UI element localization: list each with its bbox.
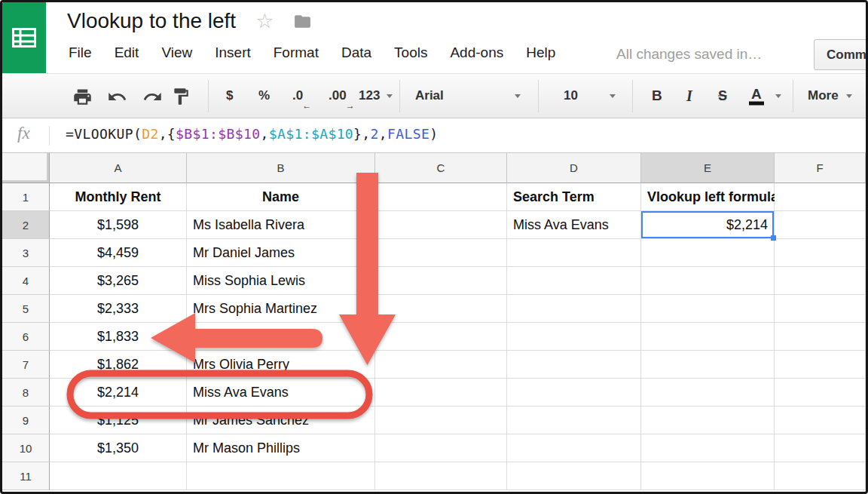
- row-header-6[interactable]: 6: [2, 323, 50, 351]
- print-button[interactable]: [72, 87, 93, 107]
- row-header-11[interactable]: 11: [2, 462, 50, 490]
- cell-F2[interactable]: [775, 211, 866, 239]
- cell-A11[interactable]: [50, 462, 187, 490]
- italic-button[interactable]: I: [686, 87, 692, 105]
- cell-F4[interactable]: [775, 267, 866, 295]
- cell-D2[interactable]: Miss Ava Evans: [507, 211, 641, 239]
- cell-A1[interactable]: Monthly Rent: [50, 183, 187, 211]
- cell-B6[interactable]: [187, 323, 375, 351]
- row-header-2[interactable]: 2: [2, 211, 50, 239]
- menu-data[interactable]: Data: [341, 44, 371, 61]
- cell-C5[interactable]: [375, 295, 507, 323]
- formula-input[interactable]: =VLOOKUP(D2,{$B$1:$B$10,$A$1:$A$10},2,FA…: [66, 126, 439, 142]
- cell-F1[interactable]: [775, 183, 866, 211]
- folder-icon[interactable]: [293, 12, 312, 31]
- cell-A2[interactable]: $1,598: [50, 211, 187, 239]
- cell-E8[interactable]: [641, 379, 775, 407]
- cell-E3[interactable]: [641, 239, 775, 267]
- cell-C8[interactable]: [375, 379, 507, 407]
- currency-format-button[interactable]: $: [226, 88, 233, 103]
- menu-edit[interactable]: Edit: [115, 44, 139, 61]
- column-header-B[interactable]: B: [187, 153, 375, 183]
- strikethrough-button[interactable]: S: [718, 88, 727, 104]
- cell-D9[interactable]: [507, 407, 641, 434]
- font-size-caret-icon[interactable]: [610, 94, 616, 98]
- undo-button[interactable]: [107, 87, 127, 107]
- cell-D7[interactable]: [507, 351, 641, 379]
- select-all-corner[interactable]: [2, 153, 50, 183]
- cell-D3[interactable]: [507, 239, 641, 267]
- star-icon[interactable]: ☆: [255, 11, 274, 32]
- cell-E6[interactable]: [641, 323, 775, 351]
- bold-button[interactable]: B: [652, 87, 662, 104]
- cell-F6[interactable]: [775, 323, 866, 351]
- cell-E9[interactable]: [641, 407, 775, 434]
- cell-D5[interactable]: [507, 295, 641, 323]
- increase-decimal-button[interactable]: .00→: [329, 88, 347, 103]
- cell-B8[interactable]: Miss Ava Evans: [187, 379, 375, 407]
- text-color-caret-icon[interactable]: [775, 94, 781, 98]
- cell-B2[interactable]: Ms Isabella Rivera: [187, 211, 375, 239]
- cell-F3[interactable]: [775, 239, 866, 267]
- paint-format-button[interactable]: [171, 87, 191, 107]
- cell-A4[interactable]: $3,265: [50, 267, 187, 295]
- menu-format[interactable]: Format: [274, 44, 319, 61]
- menu-tools[interactable]: Tools: [394, 44, 427, 61]
- cell-B3[interactable]: Mr Daniel James: [187, 239, 375, 267]
- column-header-C[interactable]: C: [375, 153, 507, 183]
- row-header-8[interactable]: 8: [2, 379, 50, 407]
- cell-E7[interactable]: [641, 351, 775, 379]
- cell-A10[interactable]: $1,350: [50, 434, 187, 462]
- menu-view[interactable]: View: [161, 44, 192, 61]
- font-family-caret-icon[interactable]: [515, 94, 521, 98]
- cell-B9[interactable]: Mr James Sanchez: [187, 407, 375, 434]
- menu-file[interactable]: File: [69, 44, 92, 61]
- menu-help[interactable]: Help: [526, 44, 555, 61]
- cell-E10[interactable]: [641, 434, 775, 462]
- percent-format-button[interactable]: %: [258, 88, 270, 103]
- cell-E2[interactable]: $2,214: [641, 211, 775, 239]
- cell-C10[interactable]: [375, 434, 507, 462]
- cell-A7[interactable]: $1,862: [50, 351, 187, 379]
- redo-button[interactable]: [142, 87, 163, 107]
- cell-F7[interactable]: [775, 351, 866, 379]
- cell-C1[interactable]: [375, 183, 507, 211]
- cell-A8[interactable]: $2,214: [50, 379, 187, 407]
- cell-B11[interactable]: [187, 462, 375, 490]
- cell-C11[interactable]: [375, 462, 507, 490]
- cell-B1[interactable]: Name: [187, 183, 375, 211]
- more-button[interactable]: More: [808, 88, 839, 103]
- row-header-9[interactable]: 9: [2, 407, 50, 434]
- cell-A9[interactable]: $1,125: [50, 407, 187, 434]
- document-title[interactable]: Vlookup to the left: [67, 9, 236, 33]
- row-header-4[interactable]: 4: [2, 267, 50, 295]
- cell-F11[interactable]: [775, 462, 866, 490]
- cell-D11[interactable]: [507, 462, 641, 490]
- cell-C2[interactable]: [375, 211, 507, 239]
- cell-C3[interactable]: [375, 239, 507, 267]
- row-header-5[interactable]: 5: [2, 295, 50, 323]
- row-header-3[interactable]: 3: [2, 239, 50, 267]
- cell-C4[interactable]: [375, 267, 507, 295]
- cell-C9[interactable]: [375, 407, 507, 434]
- column-header-F[interactable]: F: [775, 153, 866, 183]
- cell-F10[interactable]: [775, 434, 866, 462]
- cell-A6[interactable]: $1,833: [50, 323, 187, 351]
- cell-B7[interactable]: Mrs Olivia Perry: [187, 351, 375, 379]
- cell-A3[interactable]: $4,459: [50, 239, 187, 267]
- cell-F9[interactable]: [775, 407, 866, 434]
- cell-D8[interactable]: [507, 379, 641, 407]
- comments-button[interactable]: Comm: [814, 39, 868, 70]
- number-format-button[interactable]: 123: [359, 88, 380, 103]
- cell-E5[interactable]: [641, 295, 775, 323]
- number-format-caret-icon[interactable]: [387, 94, 393, 98]
- menu-add-ons[interactable]: Add-ons: [450, 44, 503, 61]
- cell-C6[interactable]: [375, 323, 507, 351]
- fill-handle[interactable]: [771, 235, 776, 241]
- row-header-10[interactable]: 10: [2, 434, 50, 462]
- menu-insert[interactable]: Insert: [215, 44, 251, 61]
- cell-B10[interactable]: Mr Mason Phillips: [187, 434, 375, 462]
- cell-A5[interactable]: $2,333: [50, 295, 187, 323]
- cell-F5[interactable]: [775, 295, 866, 323]
- cell-D4[interactable]: [507, 267, 641, 295]
